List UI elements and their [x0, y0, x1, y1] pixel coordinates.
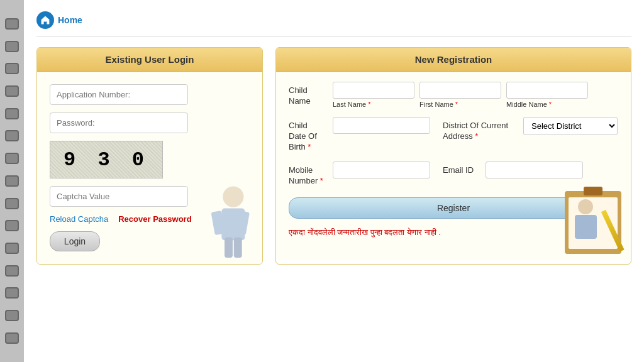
spiral-ring	[5, 265, 19, 277]
clipboard-clip	[584, 187, 602, 195]
spiral-ring	[5, 41, 19, 52]
spiral-ring	[5, 220, 19, 231]
middle-name-label: Middle Name *	[506, 101, 588, 108]
login-panel: Existing User Login 9 3 0 Reload Captcha…	[36, 47, 263, 265]
middle-name-input[interactable]	[506, 82, 588, 99]
child-name-label: ChildName	[289, 82, 326, 107]
svg-point-6	[578, 199, 593, 214]
home-link[interactable]: Home	[58, 15, 82, 25]
page-content: Home Existing User Login 9 3 0 Reload Ca…	[24, 0, 644, 362]
captcha-input[interactable]	[50, 186, 188, 207]
spiral-binding	[0, 0, 24, 362]
clipboard-illustration	[555, 178, 625, 254]
spiral-ring	[5, 310, 19, 321]
last-name-input[interactable]	[333, 82, 414, 99]
spiral-ring	[5, 287, 19, 299]
house-icon	[40, 15, 50, 25]
district-label: District Of CurrentAddress *	[443, 117, 518, 142]
recover-password-link[interactable]: Recover Password	[118, 214, 191, 224]
registration-panel-title: New Registration	[276, 48, 631, 72]
person-on-paper	[569, 197, 603, 241]
first-name-input[interactable]	[419, 82, 501, 99]
home-icon	[36, 11, 54, 29]
spiral-ring	[5, 198, 19, 209]
spiral-ring	[5, 108, 19, 119]
header: Home	[36, 6, 631, 37]
login-panel-body: 9 3 0 Reload Captcha Recover Password Lo…	[37, 72, 262, 264]
email-input[interactable]	[486, 162, 583, 178]
registration-panel-body: ChildName Last Name * First Name * Middl…	[276, 72, 631, 260]
svg-rect-7	[575, 215, 597, 239]
links-row: Reload Captcha Recover Password	[50, 214, 250, 224]
password-input[interactable]	[50, 112, 188, 133]
reload-captcha-link[interactable]: Reload Captcha	[50, 214, 108, 224]
spiral-ring	[5, 130, 19, 141]
dob-field	[333, 117, 430, 134]
mobile-field	[333, 162, 430, 178]
spiral-ring	[5, 63, 19, 74]
captcha-text: 9 3 0	[64, 148, 149, 172]
dob-input[interactable]	[333, 117, 430, 134]
spiral-ring	[5, 153, 19, 164]
spiral-ring	[5, 243, 19, 254]
panels-container: Existing User Login 9 3 0 Reload Captcha…	[36, 47, 631, 265]
dob-label: ChildDate OfBirth *	[289, 117, 326, 153]
mobile-input[interactable]	[333, 162, 430, 178]
child-name-fields: Last Name * First Name * Middle Name *	[333, 82, 588, 108]
clipboard-body	[565, 191, 621, 254]
district-select[interactable]: Select District	[523, 117, 618, 135]
last-name-label: Last Name *	[333, 101, 414, 108]
login-form: 9 3 0 Reload Captcha Recover Password Lo…	[50, 84, 250, 251]
first-name-label: First Name *	[419, 101, 501, 108]
spiral-ring	[5, 18, 19, 30]
login-panel-title: Existing User Login	[37, 48, 262, 72]
email-label: Email ID	[443, 162, 480, 176]
application-number-input[interactable]	[50, 84, 188, 105]
captcha-image: 9 3 0	[50, 141, 163, 178]
registration-panel: New Registration ChildName Last Name * F…	[275, 47, 631, 265]
spiral-ring	[5, 85, 19, 97]
spiral-ring	[5, 175, 19, 187]
spiral-ring	[5, 332, 19, 344]
mobile-label: MobileNumber *	[289, 162, 326, 187]
login-button[interactable]: Login	[50, 231, 100, 251]
